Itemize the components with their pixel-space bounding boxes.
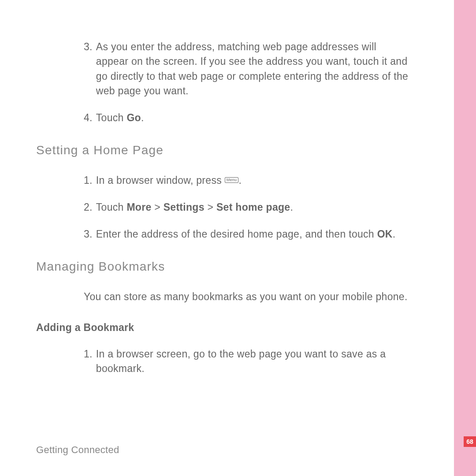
bold-text: Settings [164, 201, 205, 213]
step-text: Touch More > Settings > Set home page. [96, 200, 410, 215]
list-item: 4. Touch Go. [84, 111, 410, 125]
text-suffix: . [238, 175, 242, 186]
step-text: In a browser screen, go to the web page … [96, 347, 410, 376]
text-suffix: . [141, 112, 144, 123]
step-text: Enter the address of the desired home pa… [96, 227, 410, 242]
heading-setting-home-page: Setting a Home Page [36, 143, 410, 157]
text-prefix: Touch [96, 201, 127, 213]
list-item: 3. As you enter the address, matching we… [84, 40, 410, 98]
step-text: As you enter the address, matching web p… [96, 40, 410, 98]
bookmarks-intro-text: You can store as many bookmarks as you w… [84, 290, 410, 304]
step-number: 1. [84, 173, 93, 188]
text-prefix: Touch [96, 112, 127, 123]
list-item: 1. In a browser window, press Menu. [84, 173, 410, 188]
text-suffix: . [290, 201, 293, 213]
separator: > [152, 201, 164, 213]
content-area: 3. As you enter the address, matching we… [0, 0, 445, 376]
page-container: 3. As you enter the address, matching we… [0, 0, 476, 476]
list-item: 3. Enter the address of the desired home… [84, 227, 410, 242]
list-item: 2. Touch More > Settings > Set home page… [84, 200, 410, 215]
bold-text: Go [126, 112, 141, 123]
bold-text: Set home page [216, 201, 290, 213]
step-number: 3. [84, 227, 93, 242]
bold-text: OK [377, 228, 393, 240]
pink-sidebar: 68 [454, 0, 476, 476]
list-item: 1. In a browser screen, go to the web pa… [84, 347, 410, 376]
step-number: 4. [84, 111, 93, 125]
menu-key-icon: Menu [225, 177, 239, 183]
step-text: Touch Go. [96, 111, 410, 125]
home-steps-list: 1. In a browser window, press Menu. 2. T… [84, 173, 410, 242]
text-prefix: In a browser window, press [96, 175, 225, 186]
top-steps-list: 3. As you enter the address, matching we… [84, 40, 410, 126]
step-number: 2. [84, 200, 93, 215]
step-text: In a browser window, press Menu. [96, 173, 410, 188]
heading-adding-bookmark: Adding a Bookmark [36, 322, 410, 334]
step-number: 1. [84, 347, 93, 376]
separator: > [205, 201, 216, 213]
footer-section-title: Getting Connected [36, 444, 119, 456]
step-number: 3. [84, 40, 93, 98]
heading-managing-bookmarks: Managing Bookmarks [36, 260, 410, 274]
page-number-badge: 68 [464, 436, 476, 447]
text-suffix: . [393, 228, 396, 240]
add-bookmark-steps-list: 1. In a browser screen, go to the web pa… [84, 347, 410, 376]
bold-text: More [126, 201, 151, 213]
text-prefix: Enter the address of the desired home pa… [96, 228, 377, 240]
